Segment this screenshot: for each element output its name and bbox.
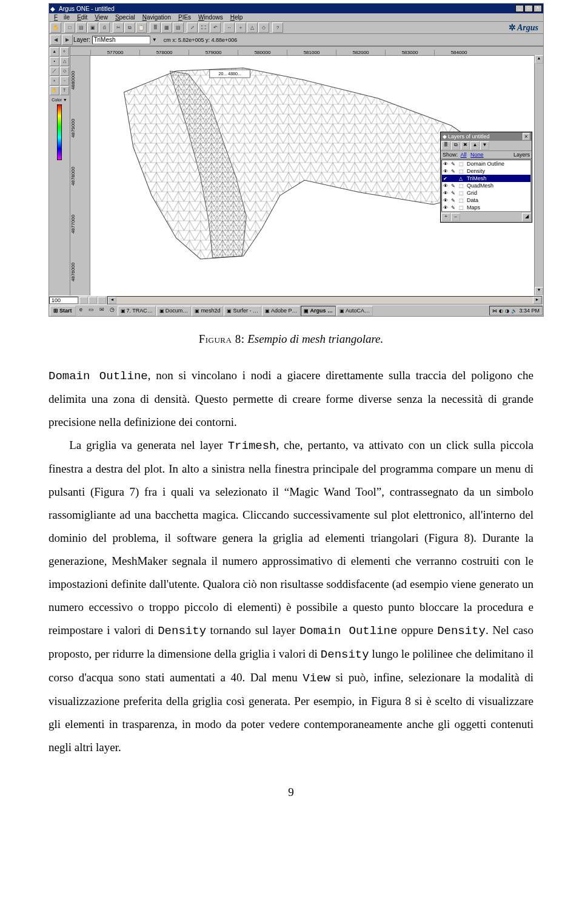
- tool-zoomin-icon[interactable]: ＋: [50, 76, 59, 86]
- plot-canvas[interactable]: 577000 578000 579000 580000 581000 58200…: [70, 47, 543, 295]
- layer-row[interactable]: 👁✎⬚Domain Outline: [442, 160, 530, 167]
- taskbar-button[interactable]: ▣7. TRAC…: [118, 306, 156, 316]
- lock-icon[interactable]: ✎: [451, 205, 457, 211]
- menu-windows[interactable]: Windows: [195, 14, 226, 21]
- layers-panel-title[interactable]: ◆Layers of untitled ×: [441, 132, 532, 141]
- visibility-icon[interactable]: ✔: [443, 176, 449, 181]
- toolbar-hand-icon[interactable]: ✋: [50, 22, 61, 33]
- vertical-scrollbar[interactable]: [534, 55, 543, 295]
- lock-icon[interactable]: ✎: [451, 161, 457, 167]
- menu-help[interactable]: Help: [227, 14, 246, 21]
- layers-resize-icon[interactable]: ◢: [522, 213, 531, 221]
- lock-icon[interactable]: ✎: [451, 169, 457, 174]
- toolbar-layers-icon[interactable]: ≣: [150, 22, 161, 33]
- visibility-icon[interactable]: 👁: [443, 161, 449, 167]
- toolbar-open-icon[interactable]: ▤: [76, 22, 87, 33]
- taskbar-button[interactable]: ▣AutoCA…: [336, 306, 373, 316]
- layer-row[interactable]: 👁✎⬚Maps: [442, 204, 530, 211]
- toolbar-grid-icon[interactable]: ▦: [161, 22, 172, 33]
- taskbar-button[interactable]: ▣mesh2d: [192, 306, 223, 316]
- close-button[interactable]: ×: [534, 5, 542, 12]
- quicklaunch-desktop-icon[interactable]: ▭: [87, 306, 96, 315]
- tool-poly-icon[interactable]: ◇: [60, 67, 70, 76]
- toolbar-new-icon[interactable]: □: [64, 22, 75, 33]
- visibility-icon[interactable]: 👁: [443, 183, 449, 189]
- show-none-link[interactable]: None: [470, 152, 484, 158]
- toolbar-paste-icon[interactable]: 📋: [136, 22, 147, 33]
- tool-pan-icon[interactable]: ✋: [50, 86, 59, 95]
- quicklaunch-outlook-icon[interactable]: ✉: [97, 306, 107, 315]
- layer-row[interactable]: 👁✎⬚Density: [442, 167, 530, 175]
- minimize-button[interactable]: _: [515, 5, 524, 12]
- layers-down-icon[interactable]: ▼: [480, 141, 489, 150]
- status-mode-icon[interactable]: [98, 297, 106, 304]
- visibility-icon[interactable]: 👁: [443, 191, 449, 196]
- visibility-icon[interactable]: 👁: [443, 198, 449, 203]
- menu-file[interactable]: File: [51, 14, 73, 21]
- quicklaunch-ie-icon[interactable]: e: [76, 306, 86, 315]
- layer-dropdown-icon[interactable]: ▼: [152, 37, 157, 42]
- toolbar-crosshair-icon[interactable]: ＋: [235, 22, 246, 33]
- layer-row[interactable]: ✔△TriMesh: [442, 175, 530, 182]
- layers-dup-icon[interactable]: ⧉: [451, 141, 460, 150]
- tray-icon[interactable]: ⋈: [492, 308, 497, 314]
- toolbar-save-icon[interactable]: ▣: [87, 22, 98, 33]
- layers-del-icon[interactable]: ✖: [461, 141, 470, 150]
- layers-new-icon[interactable]: ≣: [441, 141, 450, 150]
- start-button[interactable]: Start: [50, 306, 76, 316]
- tray-volume-icon[interactable]: 🔊: [511, 308, 517, 314]
- toolbar-arrow-icon[interactable]: ↔: [224, 22, 235, 33]
- toolbar-mesh-icon[interactable]: △: [247, 22, 258, 33]
- toolbar-copy-icon[interactable]: ⧉: [124, 22, 135, 33]
- visibility-icon[interactable]: 👁: [443, 169, 449, 174]
- toolbar-fitall-icon[interactable]: ⤢: [187, 22, 198, 33]
- visibility-icon[interactable]: 👁: [443, 205, 449, 211]
- tray-icon[interactable]: ◑: [505, 308, 509, 314]
- menu-pies[interactable]: PIEs: [175, 14, 194, 21]
- layers-up-icon[interactable]: ▲: [470, 141, 480, 150]
- layer-row[interactable]: 👁✎⬚Data: [442, 197, 530, 204]
- maximize-button[interactable]: □: [524, 5, 533, 12]
- toolbar-outline-icon[interactable]: ◇: [258, 22, 269, 33]
- nav-right-icon[interactable]: ▶: [62, 35, 73, 45]
- taskbar-button[interactable]: ▣Surfer - …: [224, 306, 261, 316]
- zoom-field[interactable]: 100: [49, 297, 78, 304]
- layers-panel[interactable]: ◆Layers of untitled × ≣ ⧉ ✖ ▲ ▼ Show: Al…: [440, 132, 532, 223]
- layers-add-icon[interactable]: +: [441, 213, 450, 221]
- menu-special[interactable]: Special: [112, 14, 138, 21]
- layers-panel-close-icon[interactable]: ×: [523, 133, 530, 140]
- tool-line-icon[interactable]: ／: [50, 67, 59, 76]
- tool-wand-icon[interactable]: ✧: [60, 47, 70, 56]
- tool-pointer-icon[interactable]: ▲: [50, 47, 59, 56]
- lock-icon[interactable]: ✎: [451, 198, 457, 203]
- layer-row[interactable]: 👁✎⬚Grid: [442, 189, 530, 197]
- toolbar-prevview-icon[interactable]: ↶: [210, 22, 221, 33]
- tool-text-icon[interactable]: T: [60, 86, 70, 95]
- tool-element-icon[interactable]: △: [60, 57, 70, 66]
- layer-selector[interactable]: [92, 36, 150, 44]
- menu-view[interactable]: View: [92, 14, 111, 21]
- nav-left-icon[interactable]: ◀: [50, 35, 61, 45]
- horizontal-scrollbar[interactable]: [107, 296, 542, 305]
- menu-edit[interactable]: Edit: [74, 14, 90, 21]
- layers-remove-icon[interactable]: –: [451, 213, 460, 221]
- tray-icon[interactable]: ◐: [499, 308, 503, 314]
- lock-icon[interactable]: ✎: [451, 191, 457, 196]
- toolbar-print-icon[interactable]: ⎙: [99, 22, 110, 33]
- toolbar-zoomext-icon[interactable]: ⛶: [198, 22, 209, 33]
- taskbar-button[interactable]: ▣Docum…: [156, 306, 192, 316]
- lock-icon[interactable]: ✎: [451, 183, 457, 189]
- taskbar-button[interactable]: ▣Adobe P…: [262, 306, 301, 316]
- status-snap-icon[interactable]: [89, 297, 97, 304]
- taskbar-button[interactable]: ▣Argus …: [301, 306, 336, 316]
- layer-row[interactable]: 👁✎⬚QuadMesh: [442, 182, 530, 189]
- tool-zoomout-icon[interactable]: －: [60, 76, 70, 86]
- show-all-link[interactable]: All: [461, 152, 467, 158]
- status-grid-icon[interactable]: [79, 297, 88, 304]
- menu-navigation[interactable]: Navigation: [139, 14, 174, 21]
- system-tray[interactable]: ⋈ ◐ ◑ 🔊 3:34 PM: [489, 306, 543, 315]
- toolbar-help-icon[interactable]: ?: [272, 22, 283, 33]
- tool-node-icon[interactable]: •: [50, 57, 59, 66]
- toolbar-cut-icon[interactable]: ✂: [113, 22, 124, 33]
- toolbar-table-icon[interactable]: ▤: [173, 22, 184, 33]
